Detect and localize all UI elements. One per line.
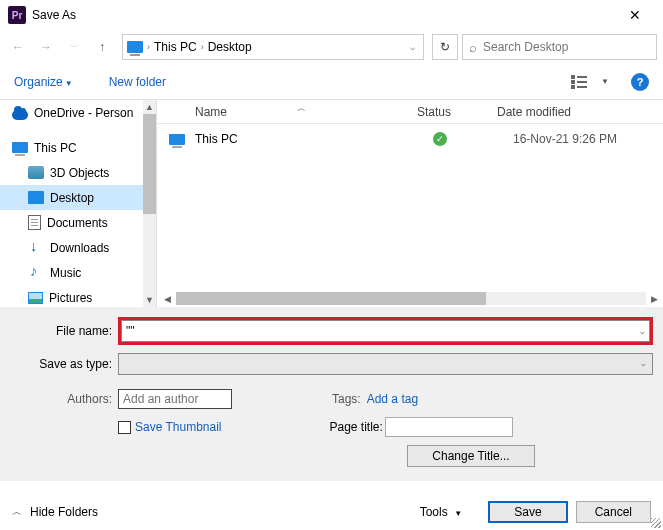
- file-list: ︿ Name Status Date modified This PC ✓ 16…: [157, 100, 663, 307]
- bottom-panel: File name: "" ⌵ Save as type: ⌵ Authors:…: [0, 307, 663, 481]
- list-item[interactable]: This PC ✓ 16-Nov-21 9:26 PM: [157, 124, 663, 154]
- recent-dropdown-icon[interactable]: ﹀: [62, 35, 86, 59]
- column-headers[interactable]: ︿ Name Status Date modified: [157, 100, 663, 124]
- search-icon: ⌕: [469, 40, 477, 55]
- col-date[interactable]: Date modified: [497, 105, 663, 119]
- picture-icon: [28, 292, 43, 304]
- tree-music[interactable]: Music: [0, 260, 156, 285]
- type-label: Save as type:: [10, 357, 118, 371]
- forward-icon: →: [34, 35, 58, 59]
- tree-pictures[interactable]: Pictures: [0, 285, 156, 307]
- save-thumbnail-checkbox[interactable]: [118, 421, 131, 434]
- help-icon[interactable]: ?: [631, 73, 649, 91]
- save-thumbnail-label[interactable]: Save Thumbnail: [135, 420, 222, 434]
- music-icon: [28, 266, 44, 279]
- app-icon: Pr: [8, 6, 26, 24]
- filename-input[interactable]: "" ⌵: [121, 320, 650, 342]
- folder-tree: OneDrive - Person This PC 3D Objects Des…: [0, 100, 157, 307]
- filename-label: File name:: [10, 324, 118, 338]
- back-icon[interactable]: ←: [6, 35, 30, 59]
- main-area: OneDrive - Person This PC 3D Objects Des…: [0, 100, 663, 307]
- svg-rect-3: [577, 81, 587, 83]
- hide-folders-button[interactable]: Hide Folders: [30, 505, 98, 519]
- tree-onedrive[interactable]: OneDrive - Person: [0, 100, 156, 125]
- tree-desktop[interactable]: Desktop: [0, 185, 156, 210]
- svg-rect-5: [577, 86, 587, 88]
- col-status[interactable]: Status: [417, 105, 497, 119]
- close-icon[interactable]: ✕: [615, 7, 655, 23]
- up-icon[interactable]: ↑: [90, 35, 114, 59]
- add-tag-link[interactable]: Add a tag: [367, 392, 418, 406]
- desktop-icon: [28, 191, 44, 204]
- crumb-current[interactable]: Desktop: [208, 40, 252, 54]
- col-name[interactable]: Name: [157, 105, 417, 119]
- hide-folders-icon[interactable]: ︿: [12, 505, 22, 519]
- scroll-right-icon[interactable]: ▶: [646, 294, 663, 304]
- cube-icon: [28, 166, 44, 179]
- tree-thispc[interactable]: This PC: [0, 135, 156, 160]
- tree-downloads[interactable]: Downloads: [0, 235, 156, 260]
- search-input[interactable]: ⌕ Search Desktop: [462, 34, 657, 60]
- scroll-up-icon[interactable]: ▲: [145, 100, 154, 114]
- view-icon[interactable]: [565, 71, 593, 93]
- chevron-right-icon[interactable]: ›: [147, 42, 150, 52]
- pc-icon: [127, 41, 143, 53]
- filename-value: "": [126, 324, 135, 338]
- pc-icon: [12, 142, 28, 153]
- scroll-thumb[interactable]: [143, 114, 156, 214]
- tree-documents[interactable]: Documents: [0, 210, 156, 235]
- item-name: This PC: [195, 132, 433, 146]
- organize-button[interactable]: Organize▼: [14, 75, 73, 89]
- tree-3dobjects[interactable]: 3D Objects: [0, 160, 156, 185]
- address-bar[interactable]: › This PC › Desktop ⌵: [122, 34, 424, 60]
- search-placeholder: Search Desktop: [483, 40, 568, 54]
- address-dropdown-icon[interactable]: ⌵: [406, 42, 419, 52]
- cloud-icon: [12, 110, 28, 120]
- authors-input[interactable]: [118, 389, 232, 409]
- tools-button[interactable]: Tools ▼: [420, 505, 463, 519]
- cancel-button[interactable]: Cancel: [576, 501, 651, 523]
- chevron-down-icon[interactable]: ⌵: [641, 359, 646, 368]
- filename-highlight: "" ⌵: [118, 317, 653, 345]
- svg-rect-1: [577, 76, 587, 78]
- chevron-right-icon[interactable]: ›: [201, 42, 204, 52]
- refresh-icon[interactable]: ↻: [432, 34, 458, 60]
- authors-label: Authors:: [10, 392, 118, 406]
- crumb-root[interactable]: This PC: [154, 40, 197, 54]
- chevron-down-icon[interactable]: ⌵: [640, 327, 645, 336]
- sort-asc-icon[interactable]: ︿: [297, 102, 306, 115]
- content-hscroll[interactable]: ◀ ▶: [157, 290, 663, 307]
- svg-rect-2: [571, 80, 575, 84]
- item-date: 16-Nov-21 9:26 PM: [513, 132, 617, 146]
- type-dropdown[interactable]: ⌵: [118, 353, 653, 375]
- change-title-button[interactable]: Change Title...: [407, 445, 535, 467]
- save-button[interactable]: Save: [488, 501, 567, 523]
- pc-icon: [169, 134, 185, 145]
- footer: ︿ Hide Folders Tools ▼ Save Cancel: [0, 494, 663, 530]
- titlebar: Pr Save As ✕: [0, 0, 663, 30]
- svg-rect-0: [571, 75, 575, 79]
- toolbar: Organize▼ New folder ▼ ?: [0, 64, 663, 100]
- status-ok-icon: ✓: [433, 132, 447, 146]
- document-icon: [28, 215, 41, 230]
- scroll-left-icon[interactable]: ◀: [159, 294, 176, 304]
- scroll-down-icon[interactable]: ▼: [145, 293, 154, 307]
- svg-rect-4: [571, 85, 575, 89]
- navbar: ← → ﹀ ↑ › This PC › Desktop ⌵ ↻ ⌕ Search…: [0, 30, 663, 64]
- tree-scrollbar[interactable]: ▲ ▼: [143, 100, 156, 307]
- window-title: Save As: [32, 8, 615, 22]
- new-folder-button[interactable]: New folder: [109, 75, 166, 89]
- download-icon: [28, 241, 44, 254]
- resize-grip-icon[interactable]: [651, 518, 661, 528]
- pagetitle-input[interactable]: [385, 417, 513, 437]
- scroll-thumb[interactable]: [176, 292, 486, 305]
- tags-label: Tags:: [332, 392, 367, 406]
- pagetitle-label: Page title:: [330, 420, 383, 434]
